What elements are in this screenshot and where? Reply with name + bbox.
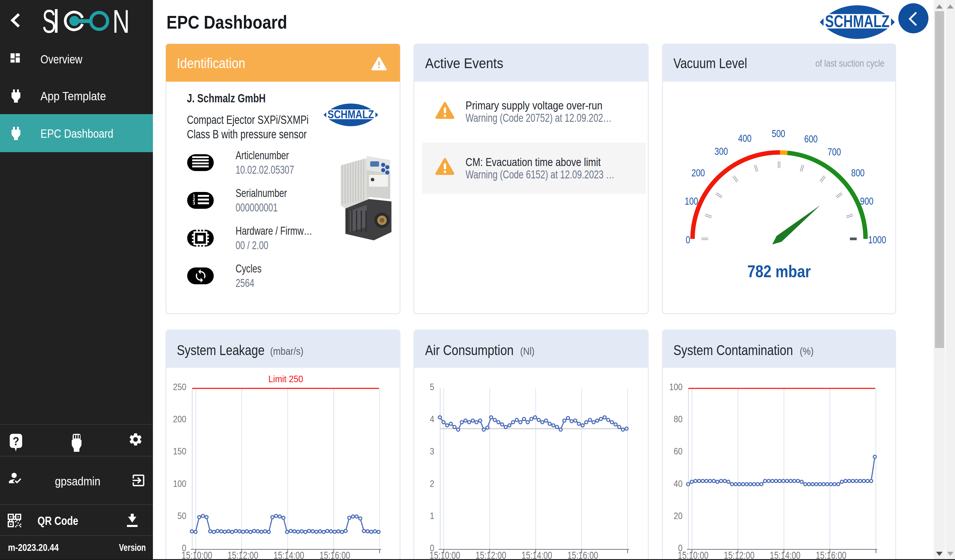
svg-text:500: 500 <box>772 128 785 139</box>
svg-text:100: 100 <box>669 382 683 392</box>
svg-text:00 / 2.00: 00 / 2.00 <box>236 239 268 251</box>
svg-text:900: 900 <box>860 195 874 207</box>
svg-text:Serialnumber: Serialnumber <box>236 187 287 199</box>
svg-text:CM: Evacuation time above limi: CM: Evacuation time above limit <box>465 156 601 168</box>
svg-text:40: 40 <box>674 479 683 489</box>
svg-text:J. Schmalz GmbH: J. Schmalz GmbH <box>187 91 266 105</box>
svg-text:3: 3 <box>430 446 434 457</box>
svg-text:1000: 1000 <box>868 234 886 246</box>
svg-text:S: S <box>42 3 56 40</box>
svg-text:Vacuum Level: Vacuum Level <box>673 55 747 71</box>
svg-text:3: 3 <box>193 201 195 206</box>
svg-text:15:16:00: 15:16:00 <box>816 550 846 560</box>
svg-text:15:12:00: 15:12:00 <box>724 550 755 560</box>
svg-text:SCHMALZ: SCHMALZ <box>825 12 889 31</box>
svg-text:15:10:00: 15:10:00 <box>182 550 212 560</box>
svg-text:SCHMALZ: SCHMALZ <box>327 108 374 120</box>
svg-text:15:10:00: 15:10:00 <box>678 550 709 560</box>
svg-text:10.02.02.05307: 10.02.02.05307 <box>236 164 294 176</box>
svg-text:System Contamination: System Contamination <box>673 342 793 358</box>
svg-text:150: 150 <box>173 446 186 457</box>
svg-text:Hardware / Firmw…: Hardware / Firmw… <box>236 225 312 237</box>
svg-text:600: 600 <box>804 133 818 145</box>
svg-text:15:12:00: 15:12:00 <box>228 550 258 560</box>
svg-text:Class B with pressure sensor: Class B with pressure sensor <box>187 127 307 141</box>
svg-text:Version: Version <box>119 542 146 553</box>
svg-text:N: N <box>113 3 130 40</box>
svg-text:Cycles: Cycles <box>236 262 261 275</box>
svg-text:80: 80 <box>674 414 683 424</box>
svg-text:15:14:00: 15:14:00 <box>521 550 552 560</box>
svg-text:200: 200 <box>173 414 186 424</box>
svg-text:700: 700 <box>827 146 841 158</box>
svg-text:15:14:00: 15:14:00 <box>274 550 304 560</box>
svg-text:EPC Dashboard: EPC Dashboard <box>41 127 113 140</box>
svg-text:m-2023.20.44: m-2023.20.44 <box>8 542 59 553</box>
svg-text:100: 100 <box>684 195 698 207</box>
svg-text:Compact Ejector SXPi/SXMPi: Compact Ejector SXPi/SXMPi <box>187 113 309 126</box>
svg-text:1: 1 <box>430 511 434 521</box>
svg-text:System Leakage: System Leakage <box>177 342 265 358</box>
svg-text:(%): (%) <box>800 345 814 357</box>
svg-text:Active Events: Active Events <box>425 55 503 71</box>
svg-text:Warning (Code 20752) at 12.09.: Warning (Code 20752) at 12.09.202… <box>465 111 612 124</box>
svg-text:000000001: 000000001 <box>236 201 278 214</box>
svg-text:EPC Dashboard: EPC Dashboard <box>166 12 287 33</box>
svg-text:400: 400 <box>738 133 751 144</box>
svg-text:(Nl): (Nl) <box>520 345 535 357</box>
svg-text:15:12:00: 15:12:00 <box>476 550 506 560</box>
svg-text:2: 2 <box>430 479 434 489</box>
svg-text:782 mbar: 782 mbar <box>747 262 811 281</box>
svg-text:of last suction cycle: of last suction cycle <box>816 58 885 69</box>
svg-text:App Template: App Template <box>41 89 106 103</box>
svg-text:15:14:00: 15:14:00 <box>770 550 801 560</box>
svg-text:?: ? <box>13 435 19 448</box>
svg-text:60: 60 <box>674 446 683 457</box>
svg-text:20: 20 <box>674 511 683 521</box>
svg-text:Air Consumption: Air Consumption <box>425 342 514 358</box>
svg-text:Identification: Identification <box>177 55 245 71</box>
svg-text:300: 300 <box>714 146 728 157</box>
svg-text:2564: 2564 <box>236 277 254 289</box>
svg-text:Warning (Code 6152) at 12.09.2: Warning (Code 6152) at 12.09.2023 … <box>465 168 615 181</box>
svg-text:Articlenumber: Articlenumber <box>236 149 289 162</box>
svg-text:200: 200 <box>691 167 705 179</box>
svg-text:Primary supply voltage over-ru: Primary supply voltage over-run <box>465 99 603 112</box>
svg-text:250: 250 <box>173 382 186 392</box>
svg-text:QR Code: QR Code <box>38 514 78 527</box>
svg-text:5: 5 <box>430 382 434 392</box>
svg-text:Limit 250: Limit 250 <box>268 374 303 384</box>
svg-text:0: 0 <box>686 234 690 246</box>
svg-text:800: 800 <box>851 167 865 179</box>
svg-text:4: 4 <box>430 414 434 424</box>
svg-text:100: 100 <box>173 479 186 489</box>
svg-text:(mbar/s): (mbar/s) <box>270 345 304 357</box>
svg-text:15:16:00: 15:16:00 <box>567 550 598 560</box>
svg-text:15:10:00: 15:10:00 <box>429 550 460 560</box>
svg-text:50: 50 <box>177 511 186 521</box>
svg-text:Overview: Overview <box>41 53 82 66</box>
svg-text:gpsadmin: gpsadmin <box>55 475 100 488</box>
svg-text:15:16:00: 15:16:00 <box>319 550 350 560</box>
